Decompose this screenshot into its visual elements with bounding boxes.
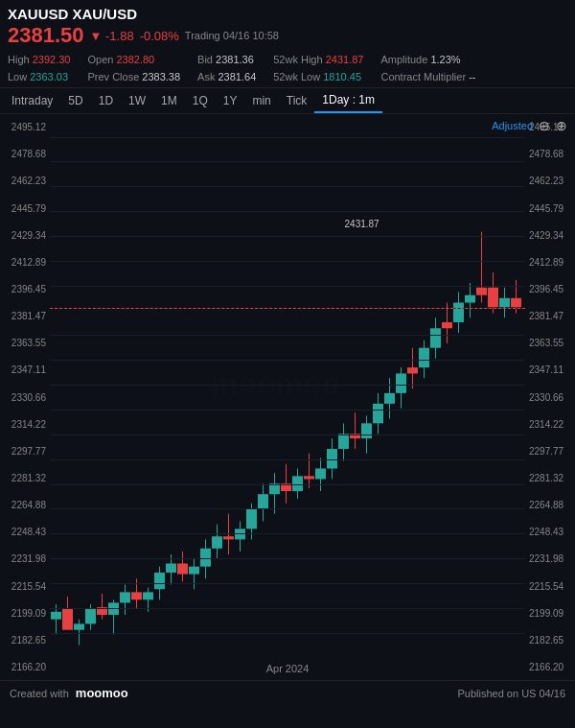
tab-tick[interactable]: Tick: [279, 89, 315, 112]
y-label-left: 2478.68: [0, 149, 50, 159]
y-label-right: 2347.11: [525, 364, 575, 375]
adjusted-button[interactable]: Adjusted: [492, 120, 533, 131]
tab-1q[interactable]: 1Q: [185, 89, 216, 112]
current-price: 2381.50: [8, 23, 84, 48]
stat-bid: Bid 2381.36 Ask 2381.64: [197, 52, 256, 85]
y-label-right: 2412.89: [525, 257, 575, 268]
tab-intraday[interactable]: Intraday: [4, 89, 60, 112]
stat-amplitude: Amplitude 1.23% Contract Multiplier --: [380, 52, 475, 85]
y-label-left: 2231.98: [0, 553, 50, 564]
y-label-left: 2281.32: [0, 473, 50, 483]
tab-1d[interactable]: 1D: [91, 89, 121, 112]
y-label-right: 2314.22: [525, 419, 575, 430]
y-label-left: 2182.65: [0, 635, 50, 646]
grid-line: [50, 261, 525, 262]
y-label-left: 2314.22: [0, 419, 50, 430]
price-change: ▼ -1.88: [90, 29, 134, 43]
y-label-right: 2231.98: [525, 553, 575, 564]
reset-button[interactable]: ⊖: [539, 118, 550, 133]
grid-line: [50, 608, 525, 609]
y-label-right: 2182.65: [525, 635, 575, 646]
y-label-right: 2445.79: [525, 203, 575, 214]
header: XAUUSD XAU/USD 2381.50 ▼ -1.88 -0.08% Tr…: [0, 0, 575, 87]
y-label-left: 2264.88: [0, 500, 50, 510]
y-label-left: 2381.47: [0, 311, 50, 321]
y-label-left: 2248.43: [0, 527, 50, 537]
tab-min[interactable]: min: [244, 89, 278, 112]
y-label-left: 2199.09: [0, 608, 50, 619]
y-label-right: 2429.34: [525, 230, 575, 241]
y-label-right: 2215.54: [525, 581, 575, 592]
y-label-left: 2462.23: [0, 176, 50, 186]
symbol-title: XAUUSD XAU/USD: [8, 6, 137, 22]
y-label-left: 2396.45: [0, 284, 50, 294]
tabs-row: Intraday 5D 1D 1W 1M 1Q 1Y min Tick 1Day…: [0, 87, 575, 114]
tab-1y[interactable]: 1Y: [216, 89, 245, 112]
y-label-right: 2264.88: [525, 500, 575, 510]
y-label-right: 2281.32: [525, 473, 575, 483]
footer: Created with moomoo Published on US 04/1…: [0, 680, 575, 705]
y-label-left: 2166.20: [0, 662, 50, 672]
grid-line: [50, 484, 525, 485]
current-price-line: 2381.47: [50, 308, 525, 309]
footer-created: Created with moomoo: [10, 686, 128, 700]
high-annotation: 2431.87: [345, 219, 380, 229]
grid-line: [50, 161, 525, 162]
y-label-right: 2297.77: [525, 446, 575, 457]
y-label-right: 2166.20: [525, 662, 575, 672]
tab-1day-1m[interactable]: 1Day : 1m: [314, 88, 382, 113]
chart-controls: Adjusted ⊖ ⊕: [492, 118, 567, 133]
grid-line: [50, 459, 525, 460]
x-axis-label: Apr 2024: [266, 663, 310, 674]
grid-line: [50, 558, 525, 559]
y-axis-left: 2495.122478.682462.232445.792429.342412.…: [0, 114, 50, 680]
y-label-left: 2363.55: [0, 338, 50, 348]
chart-canvas: moomoo 2381.47 2431.87: [50, 114, 525, 657]
tab-5d[interactable]: 5D: [60, 89, 90, 112]
y-label-right: 2199.09: [525, 608, 575, 619]
grid-line: [50, 335, 525, 336]
grid-line: [50, 633, 525, 634]
grid-line: [50, 583, 525, 584]
grid-line: [50, 236, 525, 237]
grid-line: [50, 533, 525, 534]
grid-line: [50, 137, 525, 138]
y-label-left: 2445.79: [0, 203, 50, 214]
y-label-right: 2478.68: [525, 149, 575, 159]
y-label-left: 2347.11: [0, 364, 50, 375]
grid-lines: [50, 114, 525, 657]
grid-line: [50, 211, 525, 212]
grid-line: [50, 508, 525, 509]
stats-row: High 2392.30 Low 2363.03 Open 2382.80 Pr…: [8, 52, 567, 85]
y-label-left: 2215.54: [0, 581, 50, 592]
grid-line: [50, 434, 525, 435]
y-label-right: 2462.23: [525, 176, 575, 186]
grid-line: [50, 360, 525, 361]
grid-line: [50, 385, 525, 386]
y-label-right: 2381.47: [525, 311, 575, 321]
tab-1m[interactable]: 1M: [153, 89, 185, 112]
y-label-right: 2248.43: [525, 527, 575, 537]
y-label-left: 2412.89: [0, 257, 50, 268]
grid-line: [50, 186, 525, 187]
stat-high: High 2392.30 Low 2363.03: [8, 52, 70, 85]
stat-52wk: 52wk High 2431.87 52wk Low 1810.45: [273, 52, 363, 85]
y-label-left: 2297.77: [0, 446, 50, 457]
stat-open: Open 2382.80 Prev Close 2383.38: [87, 52, 180, 85]
expand-button[interactable]: ⊕: [556, 118, 567, 133]
footer-published: Published on US 04/16: [457, 688, 565, 699]
y-axis-right: 2495.122478.682462.232445.792429.342412.…: [525, 114, 575, 680]
chart-area: Adjusted ⊖ ⊕ 2495.122478.682462.232445.7…: [0, 114, 575, 680]
y-label-right: 2363.55: [525, 338, 575, 348]
x-axis: Apr 2024: [50, 657, 525, 680]
price-change-pct: -0.08%: [140, 29, 179, 43]
grid-line: [50, 410, 525, 411]
grid-line: [50, 286, 525, 287]
tab-1w[interactable]: 1W: [121, 89, 153, 112]
y-label-right: 2330.66: [525, 392, 575, 403]
y-label-right: 2396.45: [525, 284, 575, 294]
y-label-left: 2495.12: [0, 122, 50, 132]
app-container: XAUUSD XAU/USD 2381.50 ▼ -1.88 -0.08% Tr…: [0, 0, 575, 705]
y-label-left: 2429.34: [0, 230, 50, 241]
y-label-left: 2330.66: [0, 392, 50, 403]
